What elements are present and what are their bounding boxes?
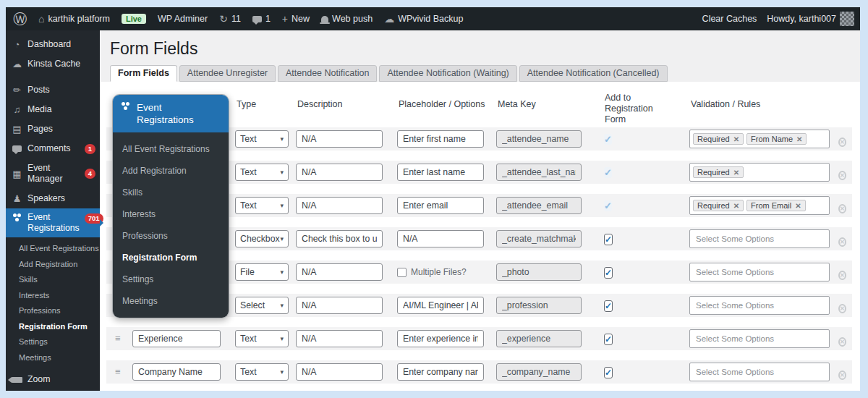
remove-field-button[interactable]: ✕ [838, 271, 846, 280]
validation-rules-multiselect[interactable]: Select Some Options [689, 263, 830, 281]
field-description-input[interactable] [296, 363, 383, 381]
tab-attendee-notification-waiting[interactable]: Attendee Notification (Waiting) [379, 65, 516, 82]
chip-remove-icon[interactable]: ✕ [795, 202, 801, 210]
site-name-menu[interactable]: ⌂ karthik platform [38, 14, 110, 24]
updates-menu[interactable]: ↻ 11 [219, 14, 241, 24]
add-to-form-checkbox[interactable]: ✓ [604, 234, 613, 245]
field-description-input[interactable] [296, 330, 383, 347]
add-to-form-checkbox[interactable]: ✓ [604, 367, 613, 378]
field-meta-key-input[interactable] [496, 130, 582, 148]
new-content-menu[interactable]: + New [282, 14, 310, 24]
validation-rules-multiselect[interactable]: Select Some Options [689, 363, 830, 381]
field-type-select[interactable]: Text▾ [235, 130, 289, 148]
sidebar-item-media[interactable]: ♫Media [6, 100, 100, 119]
sidebar-subitem-skills[interactable]: Skills [6, 272, 100, 288]
sidebar-subitem-add-registration[interactable]: Add Registration [6, 257, 100, 273]
field-placeholder-input[interactable] [397, 197, 484, 214]
field-description-input[interactable] [296, 197, 383, 214]
tab-form-fields[interactable]: Form Fields [110, 65, 177, 82]
remove-field-button[interactable]: ✕ [838, 204, 846, 213]
field-placeholder-input[interactable] [397, 297, 484, 314]
field-description-input[interactable] [296, 164, 383, 181]
sidebar-item-event-migration[interactable]: ↥Event Migration [6, 389, 100, 391]
sidebar-subitem-all-event-registrations[interactable]: All Event Registrations [6, 241, 100, 257]
field-label-input[interactable] [132, 330, 221, 347]
sidebar-item-posts[interactable]: ✏Posts [6, 80, 100, 100]
wp-adminer-menu[interactable]: WP Adminer [158, 14, 208, 24]
tab-attendee-unregister[interactable]: Attendee Unregister [179, 65, 276, 82]
add-to-form-checkbox[interactable]: ✓ [604, 334, 613, 345]
flyout-item-settings[interactable]: Settings [113, 268, 229, 290]
flyout-item-professions[interactable]: Professions [113, 225, 229, 247]
multiple-files-checkbox[interactable] [397, 268, 407, 277]
web-push-menu[interactable]: Web push [321, 14, 373, 24]
sidebar-subitem-registration-form[interactable]: Registration Form [6, 319, 100, 335]
field-placeholder-input[interactable] [397, 330, 484, 347]
field-label-input[interactable] [132, 363, 221, 381]
remove-field-button[interactable]: ✕ [838, 337, 846, 347]
flyout-item-skills[interactable]: Skills [113, 182, 229, 203]
add-to-form-checkbox[interactable]: ✓ [604, 267, 613, 279]
sidebar-item-kinsta-cache[interactable]: ☁Kinsta Cache [6, 54, 100, 74]
tab-attendee-notification-cancelled[interactable]: Attendee Notification (Cancelled) [519, 65, 668, 82]
field-meta-key-input[interactable] [496, 330, 582, 347]
remove-field-button[interactable]: ✕ [838, 304, 846, 313]
my-account-menu[interactable]: Howdy, karthi007 [767, 12, 854, 26]
field-type-select[interactable]: Text▾ [235, 197, 289, 214]
flyout-header[interactable]: Event Registrations [113, 95, 229, 132]
sidebar-subitem-interests[interactable]: Interests [6, 288, 100, 304]
sidebar-subitem-professions[interactable]: Professions [6, 303, 100, 319]
drag-handle[interactable]: ≡ [115, 366, 121, 377]
field-description-input[interactable] [296, 230, 383, 247]
field-meta-key-input[interactable] [496, 263, 582, 281]
sidebar-subitem-settings[interactable]: Settings [6, 334, 100, 350]
validation-rules-multiselect[interactable]: Select Some Options [689, 229, 830, 248]
remove-field-button[interactable]: ✕ [838, 171, 846, 180]
validation-rules-multiselect[interactable]: Required✕From Email✕ [689, 196, 830, 215]
field-type-select[interactable]: File▾ [235, 263, 289, 281]
validation-rules-multiselect[interactable]: Select Some Options [689, 329, 830, 348]
field-meta-key-input[interactable] [496, 164, 582, 181]
validation-rules-multiselect[interactable]: Required✕From Name✕ [689, 130, 830, 148]
flyout-item-meetings[interactable]: Meetings [113, 290, 229, 312]
field-description-input[interactable] [296, 297, 383, 314]
field-placeholder-input[interactable] [397, 164, 484, 181]
clear-caches-button[interactable]: Clear Caches [702, 14, 757, 24]
flyout-item-registration-form[interactable]: Registration Form [113, 247, 229, 268]
remove-field-button[interactable]: ✕ [838, 371, 846, 380]
chip-remove-icon[interactable]: ✕ [796, 135, 802, 143]
sidebar-item-zoom[interactable]: Zoom [6, 370, 100, 389]
field-type-select[interactable]: Checkbox▾ [235, 230, 289, 247]
sidebar-item-event-manager[interactable]: ▦Event Manager4 [6, 158, 100, 189]
drag-handle[interactable]: ≡ [115, 333, 121, 344]
field-placeholder-input[interactable] [397, 230, 484, 247]
sidebar-item-speakers[interactable]: ♟Speakers [6, 189, 100, 208]
field-placeholder-input[interactable] [397, 363, 484, 381]
flyout-item-interests[interactable]: Interests [113, 203, 229, 225]
sidebar-item-comments[interactable]: Comments1 [6, 139, 100, 158]
field-type-select[interactable]: Text▾ [235, 363, 289, 381]
field-type-select[interactable]: Select▾ [235, 297, 289, 314]
sidebar-item-dashboard[interactable]: ◔Dashboard [6, 35, 100, 54]
sidebar-item-event-registrations[interactable]: Event Registrations701 [6, 208, 100, 237]
field-description-input[interactable] [296, 130, 383, 148]
field-type-select[interactable]: Text▾ [235, 330, 289, 347]
wp-logo-menu[interactable]: Ⓦ [13, 12, 27, 26]
remove-field-button[interactable]: ✕ [838, 137, 846, 147]
wpvivid-backup-menu[interactable]: ☁ WPvivid Backup [384, 14, 463, 24]
comments-menu[interactable]: 1 [252, 14, 271, 24]
field-meta-key-input[interactable] [496, 363, 582, 381]
chip-remove-icon[interactable]: ✕ [733, 202, 739, 210]
validation-rules-multiselect[interactable]: Required✕ [689, 163, 830, 182]
field-meta-key-input[interactable] [496, 197, 582, 214]
flyout-item-all-event-registrations[interactable]: All Event Registrations [113, 138, 229, 160]
field-meta-key-input[interactable] [496, 230, 582, 247]
flyout-item-add-registration[interactable]: Add Registration [113, 160, 229, 182]
add-to-form-checkbox[interactable]: ✓ [604, 300, 613, 312]
tab-attendee-notification[interactable]: Attendee Notification [278, 65, 377, 82]
chip-remove-icon[interactable]: ✕ [733, 135, 739, 143]
field-type-select[interactable]: Text▾ [235, 164, 289, 181]
sidebar-subitem-meetings[interactable]: Meetings [6, 350, 100, 366]
sidebar-item-pages[interactable]: ▤Pages [6, 119, 100, 139]
field-placeholder-input[interactable] [397, 130, 484, 148]
